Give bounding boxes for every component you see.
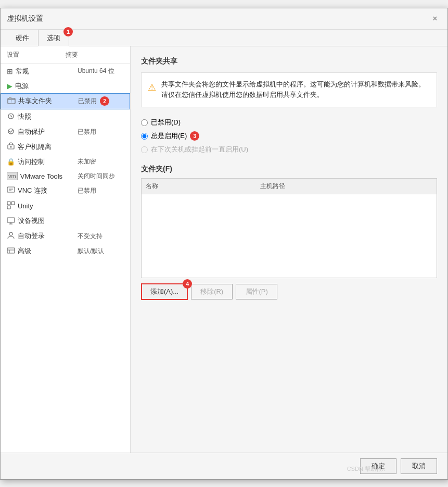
vnc-icon bbox=[7, 186, 15, 196]
shared-folders-badge: 2 bbox=[100, 96, 109, 106]
watermark: CSDN 帮助很.. bbox=[347, 465, 385, 473]
radio-disabled[interactable]: 已禁用(D) bbox=[141, 116, 437, 129]
device-view-icon bbox=[7, 216, 15, 226]
nav-item-general[interactable]: ⊞ 常规 Ubuntu 64 位 bbox=[1, 64, 130, 79]
svg-rect-9 bbox=[7, 202, 10, 205]
warning-box: ⚠ 共享文件夹会将您的文件显示给虚拟机中的程序。这可能为您的计算机和数据带来风险… bbox=[141, 72, 437, 108]
tab-hardware[interactable]: 硬件 bbox=[7, 30, 38, 46]
radio-always[interactable]: 总是启用(E) 3 bbox=[141, 129, 437, 143]
close-button[interactable]: × bbox=[429, 13, 441, 25]
svg-rect-11 bbox=[7, 206, 10, 209]
power-icon: ▶ bbox=[7, 82, 12, 90]
svg-point-3 bbox=[8, 129, 14, 134]
vmware-tools-icon: vm bbox=[7, 172, 18, 180]
nav-item-power[interactable]: ▶ 电源 bbox=[1, 79, 130, 93]
left-panel: 设置 摘要 ⊞ 常规 Ubuntu 64 位 ▶ 电源 bbox=[1, 46, 131, 453]
content-area: 设置 摘要 ⊞ 常规 Ubuntu 64 位 ▶ 电源 bbox=[1, 46, 447, 453]
radio-until-label: 在下次关机或挂起前一直启用(U) bbox=[151, 145, 248, 154]
add-button[interactable]: 添加(A)... bbox=[141, 283, 188, 300]
folder-table-body bbox=[142, 194, 437, 278]
col-name-header: 名称 bbox=[146, 182, 260, 191]
dialog-title: 虚拟机设置 bbox=[7, 14, 43, 23]
advanced-icon bbox=[7, 246, 15, 256]
nav-item-isolation[interactable]: 客户机隔离 bbox=[1, 140, 130, 155]
radio-always-label: 总是启用(E) bbox=[151, 131, 187, 141]
display-icon: ⊞ bbox=[7, 67, 13, 76]
radio-disabled-label: 已禁用(D) bbox=[151, 118, 181, 127]
right-panel: 文件夹共享 ⚠ 共享文件夹会将您的文件显示给虚拟机中的程序。这可能为您的计算机和… bbox=[131, 46, 447, 453]
radio-always-badge: 3 bbox=[190, 131, 199, 141]
nav-item-device-view[interactable]: 设备视图 bbox=[1, 214, 130, 229]
warning-text: 共享文件夹会将您的文件显示给虚拟机中的程序。这可能为您的计算机和数据带来风险。请… bbox=[161, 79, 430, 101]
nav-item-shared-folders[interactable]: 共享文件夹 已禁用 2 bbox=[1, 93, 130, 109]
radio-disabled-input[interactable] bbox=[141, 119, 148, 126]
folder-table-header: 名称 主机路径 bbox=[142, 179, 437, 194]
isolation-icon bbox=[7, 142, 15, 152]
nav-item-vnc[interactable]: VNC 连接 已禁用 bbox=[1, 183, 130, 198]
properties-button[interactable]: 属性(P) bbox=[236, 284, 277, 299]
nav-item-autoprotect[interactable]: 自动保护 已禁用 bbox=[1, 124, 130, 140]
radio-always-input[interactable] bbox=[141, 133, 148, 140]
autologon-icon bbox=[7, 231, 15, 241]
title-bar: 虚拟机设置 × bbox=[1, 8, 447, 30]
nav-item-autologon[interactable]: 自动登录 不受支持 bbox=[1, 229, 130, 244]
tab-bar: 硬件 选项 1 bbox=[1, 30, 447, 46]
nav-item-snapshot[interactable]: 快照 bbox=[1, 109, 130, 124]
svg-point-5 bbox=[10, 146, 12, 147]
radio-until-input bbox=[141, 146, 148, 153]
col-path-header: 主机路径 bbox=[260, 182, 432, 191]
svg-point-15 bbox=[9, 232, 12, 235]
unity-icon bbox=[7, 201, 15, 211]
folder-table-title: 文件夹(F) bbox=[141, 165, 437, 174]
radio-until-poweroff: 在下次关机或挂起前一直启用(U) bbox=[141, 143, 437, 156]
tab-options[interactable]: 选项 1 bbox=[38, 30, 69, 46]
folder-actions: 添加(A)... 4 移除(R) 属性(P) bbox=[141, 283, 437, 300]
tab-options-badge: 1 bbox=[63, 27, 73, 36]
access-icon: 🔒 bbox=[7, 158, 15, 166]
shared-folder-icon bbox=[7, 96, 16, 106]
cancel-button[interactable]: 取消 bbox=[401, 458, 437, 474]
nav-item-unity[interactable]: Unity bbox=[1, 198, 130, 214]
folder-table: 名称 主机路径 bbox=[141, 178, 437, 278]
warning-icon: ⚠ bbox=[148, 80, 156, 101]
nav-item-access-control[interactable]: 🔒 访问控制 未加密 bbox=[1, 155, 130, 169]
svg-rect-6 bbox=[7, 187, 15, 192]
snapshot-icon bbox=[7, 112, 15, 122]
svg-rect-12 bbox=[7, 218, 15, 222]
remove-button[interactable]: 移除(R) bbox=[191, 284, 233, 299]
radio-group-sharing: 已禁用(D) 总是启用(E) 3 在下次关机或挂起前一直启用(U) bbox=[141, 116, 437, 156]
nav-item-vmware-tools[interactable]: vm VMware Tools 关闭时间同步 bbox=[1, 169, 130, 183]
left-panel-header: 设置 摘要 bbox=[1, 46, 130, 64]
svg-rect-16 bbox=[7, 248, 15, 253]
bottom-bar: 确定 取消 CSDN 帮助很.. bbox=[1, 453, 447, 479]
nav-item-advanced[interactable]: 高级 默认/默认 bbox=[1, 244, 130, 259]
folder-sharing-title: 文件夹共享 bbox=[141, 57, 437, 66]
autoprotect-icon bbox=[7, 127, 15, 137]
vm-settings-dialog: 虚拟机设置 × 硬件 选项 1 设置 摘要 ⊞ 常规 bbox=[0, 8, 448, 480]
svg-rect-10 bbox=[11, 202, 15, 205]
